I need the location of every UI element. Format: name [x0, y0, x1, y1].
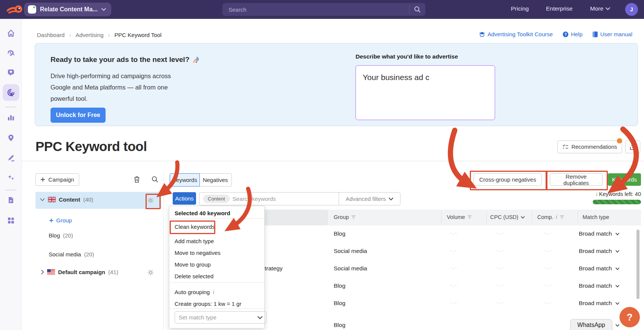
chevron-down-icon — [521, 216, 525, 219]
match-type-dropdown[interactable]: Broad match — [579, 265, 619, 272]
group-cell: Social media — [334, 248, 367, 254]
menu-divider — [169, 282, 264, 282]
search-keywords-icon[interactable] — [152, 176, 158, 183]
match-type-dropdown[interactable]: Broad match — [579, 282, 619, 289]
masked-volume: ·.· — [450, 282, 458, 288]
chevron-down-icon — [101, 8, 106, 11]
panel-divider — [163, 172, 164, 330]
masked-volume: ·.· — [450, 265, 458, 270]
menu-divider — [169, 308, 264, 309]
nav-enterprise[interactable]: Enterprise — [546, 5, 573, 12]
campaign-row-content[interactable]: Content (40) — [35, 192, 161, 209]
table-scrollbar[interactable] — [636, 230, 639, 299]
campaign-row-default[interactable]: Default campaign (41) — [35, 264, 161, 281]
chevron-right-icon[interactable] — [41, 270, 44, 274]
tab-negatives[interactable]: Negatives — [199, 173, 232, 187]
whatsapp-button[interactable]: WhatsApp — [570, 319, 612, 330]
set-match-type-select[interactable]: Set match type — [175, 311, 267, 324]
masked-cpc: ·.· — [497, 265, 505, 270]
nav-more[interactable]: More — [590, 5, 610, 12]
notification-dot — [617, 138, 622, 143]
promo-title: Ready to take your ads to the next level… — [51, 56, 200, 64]
campaign-count: (40) — [83, 196, 94, 203]
sidebar-divider — [5, 190, 16, 191]
menu-item-auto-grouping[interactable]: Auto grouping i — [175, 289, 214, 295]
match-type-dropdown[interactable]: Broad match — [579, 230, 619, 237]
filter-icon — [560, 215, 564, 219]
menu-item-clean-keywords[interactable]: Clean keywords — [175, 224, 215, 230]
promo-line: Google and Meta platforms — all from one — [51, 84, 168, 91]
avatar[interactable]: J — [625, 3, 638, 16]
help-widget-button[interactable]: ? — [619, 307, 640, 327]
reports-icon[interactable] — [7, 196, 15, 204]
help-link[interactable]: ? Help — [563, 31, 583, 37]
ai-icon[interactable] — [7, 174, 15, 181]
project-switcher[interactable]: Relate Content Ma... — [24, 3, 111, 16]
keyword-search-input[interactable]: Content Search keywords — [199, 192, 344, 205]
us-flag-icon — [47, 269, 55, 275]
group-item-blog[interactable]: Blog (20) — [49, 232, 73, 239]
chevron-down-icon — [258, 316, 262, 319]
social-media-icon[interactable] — [7, 69, 15, 76]
nav-pricing[interactable]: Pricing — [511, 5, 529, 12]
masked-comp: ·.· — [544, 299, 552, 305]
advanced-filters-button[interactable]: Advanced filters — [339, 192, 400, 205]
col-header-group[interactable]: Group — [334, 214, 356, 220]
menu-item-delete-selected[interactable]: Delete selected — [175, 273, 213, 279]
rocket-emoji-icon — [192, 56, 200, 63]
breadcrumb-advertising[interactable]: Advertising — [75, 32, 103, 38]
masked-cpc: ·.· — [497, 230, 505, 236]
global-search-input[interactable] — [222, 6, 409, 13]
analytics-icon[interactable] — [7, 114, 15, 122]
match-type-dropdown[interactable]: Broad match — [579, 248, 619, 254]
match-type-dropdown[interactable]: Broad match — [579, 300, 619, 307]
column-divider — [441, 211, 442, 224]
campaign-settings-gear-icon[interactable] — [147, 197, 154, 204]
menu-item-add-match-type[interactable]: Add match type — [175, 238, 214, 244]
chevron-down-icon — [615, 324, 619, 327]
home-icon[interactable] — [7, 29, 15, 37]
menu-item-move-to-group[interactable]: Move to group — [175, 261, 211, 268]
masked-cpc: ·.· — [497, 299, 505, 305]
apps-grid-icon[interactable] — [7, 217, 15, 224]
masked-cpc: ·.· — [497, 282, 505, 288]
local-marketing-icon[interactable] — [7, 134, 15, 142]
keywords-submit-button[interactable]: Keywords — [608, 173, 641, 186]
search-icon[interactable] — [414, 6, 421, 13]
user-manual-link[interactable]: User manual — [592, 31, 632, 37]
tab-keywords[interactable]: Keywords — [170, 173, 200, 187]
trash-icon[interactable] — [133, 176, 140, 183]
uk-flag-icon — [48, 197, 56, 202]
col-header-comp[interactable]: Comp. i — [537, 214, 564, 220]
masked-comp: ·.· — [544, 282, 552, 288]
content-filter-chip[interactable]: Content — [203, 195, 230, 203]
menu-item-move-to-negatives[interactable]: Move to negatives — [175, 250, 221, 256]
chevron-down-icon[interactable] — [40, 198, 45, 201]
seo-research-icon[interactable] — [7, 49, 15, 57]
filter-icon — [351, 215, 356, 219]
chevron-down-icon — [615, 250, 619, 253]
unlock-for-free-button[interactable]: Unlock for Free — [51, 108, 106, 123]
info-icon: i — [596, 191, 598, 197]
semrush-logo-icon[interactable] — [7, 4, 23, 15]
selected-count-label: Selected 40 keyword — [175, 210, 230, 216]
group-item-social-media[interactable]: Social media (20) — [49, 251, 94, 258]
export-button[interactable] — [625, 140, 640, 153]
toolkit-course-link[interactable]: Advertising Toolkit Course — [479, 31, 553, 37]
col-header-cpc[interactable]: CPC (USD) — [490, 214, 525, 220]
campaign-settings-gear-icon[interactable] — [147, 269, 154, 276]
content-icon[interactable] — [7, 154, 15, 162]
col-header-volume[interactable]: Volume — [447, 214, 472, 220]
svg-text:?: ? — [564, 32, 567, 36]
menu-item-create-groups[interactable]: Create groups: 1 kw = 1 gr — [175, 301, 241, 307]
breadcrumb-dashboard[interactable]: Dashboard — [37, 32, 64, 38]
add-group-button[interactable]: Group — [49, 217, 72, 224]
annotation-arrow-to-cross-group — [451, 130, 467, 183]
remove-duplicates-button[interactable]: Remove duplicates — [550, 173, 603, 186]
cross-group-negatives-button[interactable]: Cross-group negatives — [474, 173, 542, 186]
actions-button[interactable]: Actions — [173, 192, 196, 205]
recommendations-button[interactable]: Recommendations — [557, 140, 622, 153]
add-campaign-button[interactable]: Campaign — [35, 173, 79, 186]
advertising-icon[interactable] — [7, 89, 15, 96]
search-divider — [409, 5, 409, 14]
